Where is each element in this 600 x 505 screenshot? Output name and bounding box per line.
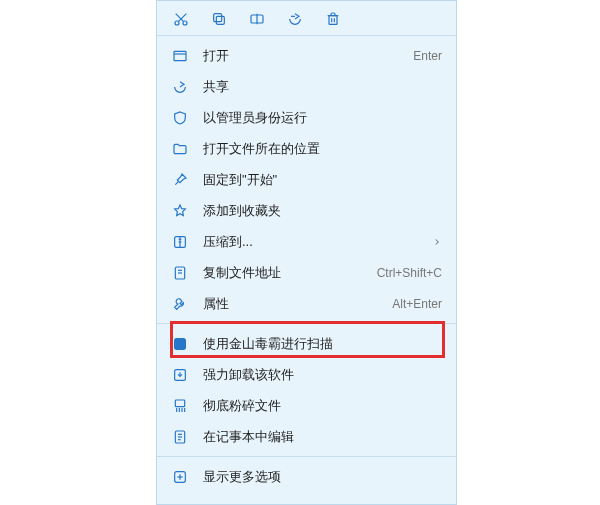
svg-rect-9 <box>329 16 337 25</box>
more-options-icon <box>171 468 189 486</box>
delete-icon <box>325 11 341 27</box>
archive-icon <box>171 233 189 251</box>
shield-icon <box>171 109 189 127</box>
star-icon <box>171 202 189 220</box>
open-icon <box>171 47 189 65</box>
delete-button[interactable] <box>323 9 343 29</box>
menu-item-label: 压缩到... <box>203 233 426 251</box>
rename-icon <box>249 11 265 27</box>
menu-item-label: 打开文件所在的位置 <box>203 140 442 158</box>
copy-button[interactable] <box>209 9 229 29</box>
svg-rect-12 <box>174 51 186 60</box>
menu-item-copy-path[interactable]: 复制文件地址 Ctrl+Shift+C <box>157 257 456 288</box>
menu-item-pin-start[interactable]: 固定到"开始" <box>157 164 456 195</box>
menu-item-label: 显示更多选项 <box>203 468 442 486</box>
menu-item-force-uninstall[interactable]: 强力卸载该软件 <box>157 359 456 390</box>
share-button[interactable] <box>285 9 305 29</box>
menu-item-label: 共享 <box>203 78 442 96</box>
menu-item-shortcut: Enter <box>413 49 442 63</box>
copy-path-icon <box>171 264 189 282</box>
menu-item-share[interactable]: 共享 <box>157 71 456 102</box>
menu-item-run-as-admin[interactable]: 以管理员身份运行 <box>157 102 456 133</box>
menu-item-label: 复制文件地址 <box>203 264 377 282</box>
menu-item-label: 固定到"开始" <box>203 171 442 189</box>
menu-item-label: 以管理员身份运行 <box>203 109 442 127</box>
menu-item-label: 彻底粉碎文件 <box>203 397 442 415</box>
menu-item-label: 打开 <box>203 47 413 65</box>
menu-item-label: 在记事本中编辑 <box>203 428 442 446</box>
menu-item-shortcut: Alt+Enter <box>392 297 442 311</box>
menu-item-shortcut: Ctrl+Shift+C <box>377 266 442 280</box>
separator <box>157 456 456 457</box>
menu-item-antivirus-scan[interactable]: 使用金山毒霸进行扫描 <box>157 328 456 359</box>
uninstall-icon <box>171 366 189 384</box>
pin-icon <box>171 171 189 189</box>
menu-item-add-favorite[interactable]: 添加到收藏夹 <box>157 195 456 226</box>
share-icon <box>287 11 303 27</box>
wrench-icon <box>171 295 189 313</box>
folder-icon <box>171 140 189 158</box>
menu-item-properties[interactable]: 属性 Alt+Enter <box>157 288 456 319</box>
svg-rect-23 <box>175 400 184 407</box>
svg-rect-21 <box>174 338 186 350</box>
menu-item-open[interactable]: 打开 Enter <box>157 40 456 71</box>
menu-item-label: 添加到收藏夹 <box>203 202 442 220</box>
cut-button[interactable] <box>171 9 191 29</box>
svg-rect-5 <box>214 14 222 22</box>
menu-item-open-location[interactable]: 打开文件所在的位置 <box>157 133 456 164</box>
separator <box>157 323 456 324</box>
menu-item-compress[interactable]: 压缩到... <box>157 226 456 257</box>
menu-item-label: 强力卸载该软件 <box>203 366 442 384</box>
svg-rect-4 <box>216 16 224 24</box>
toolbar <box>157 7 456 36</box>
menu-item-edit-notepad[interactable]: 在记事本中编辑 <box>157 421 456 452</box>
share-arrow-icon <box>171 78 189 96</box>
menu-item-show-more[interactable]: 显示更多选项 <box>157 461 456 492</box>
chevron-right-icon <box>432 237 442 247</box>
copy-icon <box>211 11 227 27</box>
menu-items: 打开 Enter 共享 以管理员身份运行 <box>157 36 456 492</box>
cut-icon <box>173 11 189 27</box>
rename-button[interactable] <box>247 9 267 29</box>
context-menu: 打开 Enter 共享 以管理员身份运行 <box>156 0 457 505</box>
antivirus-icon <box>171 335 189 353</box>
menu-item-label: 使用金山毒霸进行扫描 <box>203 335 442 353</box>
shred-icon <box>171 397 189 415</box>
notepad-icon <box>171 428 189 446</box>
menu-item-label: 属性 <box>203 295 392 313</box>
menu-item-shred[interactable]: 彻底粉碎文件 <box>157 390 456 421</box>
